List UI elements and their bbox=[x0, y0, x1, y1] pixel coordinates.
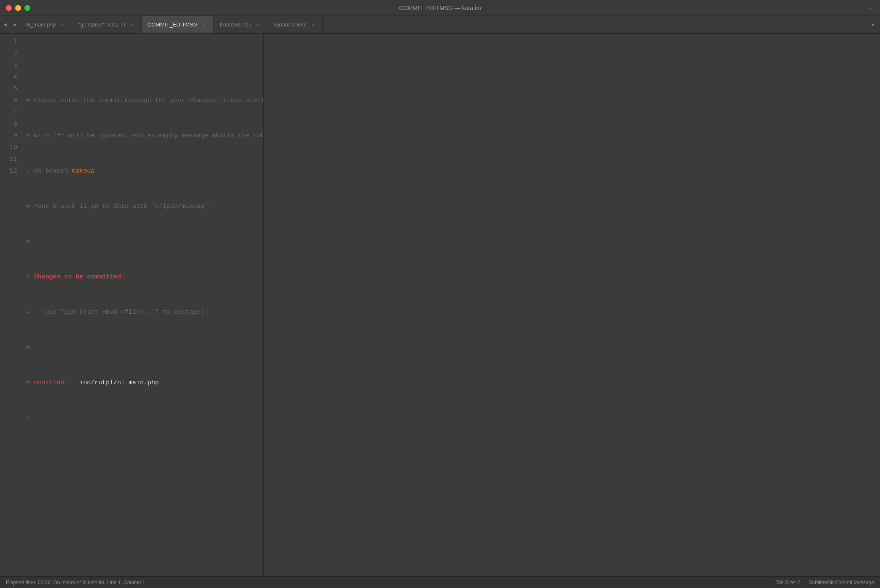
line-number: 6 bbox=[0, 95, 17, 107]
window-controls bbox=[6, 5, 30, 11]
statusbar: Elapsed time: 00:06, On makeup* in kata.… bbox=[0, 576, 880, 588]
resize-icon[interactable]: ⤢ bbox=[869, 4, 874, 12]
right-panel bbox=[264, 34, 880, 576]
tab-commit-editmsg[interactable]: COMMIT_EDITMSG × bbox=[142, 16, 214, 33]
tab-close-commit-editmsg[interactable]: × bbox=[201, 21, 208, 28]
syntax-info[interactable]: SublimeGit Commit Message bbox=[809, 580, 874, 585]
maximize-button[interactable] bbox=[24, 5, 30, 11]
line-number: 9 bbox=[0, 130, 17, 142]
code-line-6: # bbox=[26, 236, 263, 248]
line-number: 8 bbox=[0, 118, 17, 130]
code-line-2: # Please enter the commit message for yo… bbox=[26, 95, 263, 107]
editor[interactable]: 1 2 3 4 5 6 7 8 9 10 11 12 # Please ente… bbox=[0, 34, 263, 576]
tab-dropdown-button[interactable]: ▾ bbox=[866, 16, 880, 34]
line-number: 4 bbox=[0, 71, 17, 83]
tab-close-nl-main-php[interactable]: × bbox=[59, 21, 66, 28]
tab-nav-right[interactable]: ▶ bbox=[10, 16, 20, 33]
tab-label: variables.less bbox=[273, 21, 306, 28]
line-number: 7 bbox=[0, 107, 17, 118]
line-number: 2 bbox=[0, 48, 17, 60]
code-line-8: # (use "git reset HEAD <file>..." to uns… bbox=[26, 307, 263, 318]
tabs-container: nl_main.php × *git-status*: kata.im × CO… bbox=[20, 16, 880, 33]
titlebar: COMMIT_EDITMSG — kata.im ⤢ bbox=[0, 0, 880, 16]
code-line-11: # bbox=[26, 412, 263, 424]
code-line-12 bbox=[26, 448, 263, 459]
close-button[interactable] bbox=[6, 5, 12, 11]
tabbar: ◀ ▶ nl_main.php × *git-status*: kata.im … bbox=[0, 16, 880, 34]
main-content: 1 2 3 4 5 6 7 8 9 10 11 12 # Please ente… bbox=[0, 34, 880, 576]
line-number: 12 bbox=[0, 165, 17, 177]
tab-size-info[interactable]: Tab Size: 2 bbox=[775, 580, 800, 585]
code-line-4: # On branch makeup bbox=[26, 165, 263, 177]
line-number: 5 bbox=[0, 83, 17, 95]
code-line-7: # Changes to be committed: bbox=[26, 271, 263, 283]
tab-close-frontend-less[interactable]: × bbox=[254, 21, 261, 28]
tab-nav-left[interactable]: ◀ bbox=[0, 16, 10, 33]
tab-close-git-status[interactable]: × bbox=[129, 21, 135, 28]
status-info: Elapsed time: 00:06, On makeup* in kata.… bbox=[6, 580, 145, 585]
minimize-button[interactable] bbox=[15, 5, 21, 11]
tab-label: *git-status*: kata.im bbox=[78, 21, 125, 28]
window-title: COMMIT_EDITMSG — kata.im bbox=[399, 5, 481, 11]
tab-nl-main-php[interactable]: nl_main.php × bbox=[20, 16, 72, 33]
tab-label: frontend.less bbox=[220, 21, 251, 28]
code-editor[interactable]: # Please enter the commit message for yo… bbox=[23, 34, 263, 576]
statusbar-left: Elapsed time: 00:06, On makeup* in kata.… bbox=[6, 580, 145, 585]
line-numbers: 1 2 3 4 5 6 7 8 9 10 11 12 bbox=[0, 34, 23, 576]
tab-git-status[interactable]: *git-status*: kata.im × bbox=[72, 16, 142, 33]
statusbar-right: Tab Size: 2 SublimeGit Commit Message bbox=[775, 580, 874, 585]
line-number: 11 bbox=[0, 154, 17, 165]
code-line-1 bbox=[26, 60, 263, 71]
tab-variables-less[interactable]: variables.less × bbox=[267, 16, 323, 33]
tab-label: nl_main.php bbox=[26, 21, 56, 28]
code-line-3: # with '#' will be ignored, and an empty… bbox=[26, 130, 263, 142]
line-number: 1 bbox=[0, 36, 17, 48]
tab-close-variables-less[interactable]: × bbox=[310, 21, 316, 28]
code-line-5: # Your branch is up-to-date with 'origin… bbox=[26, 201, 263, 213]
code-line-10: # modified: inc/rutpl/nl_main.php bbox=[26, 377, 263, 389]
line-number: 10 bbox=[0, 142, 17, 154]
tab-label: COMMIT_EDITMSG bbox=[148, 21, 198, 28]
tab-frontend-less[interactable]: frontend.less × bbox=[214, 16, 267, 33]
code-line-9: # bbox=[26, 342, 263, 354]
line-number: 3 bbox=[0, 60, 17, 71]
